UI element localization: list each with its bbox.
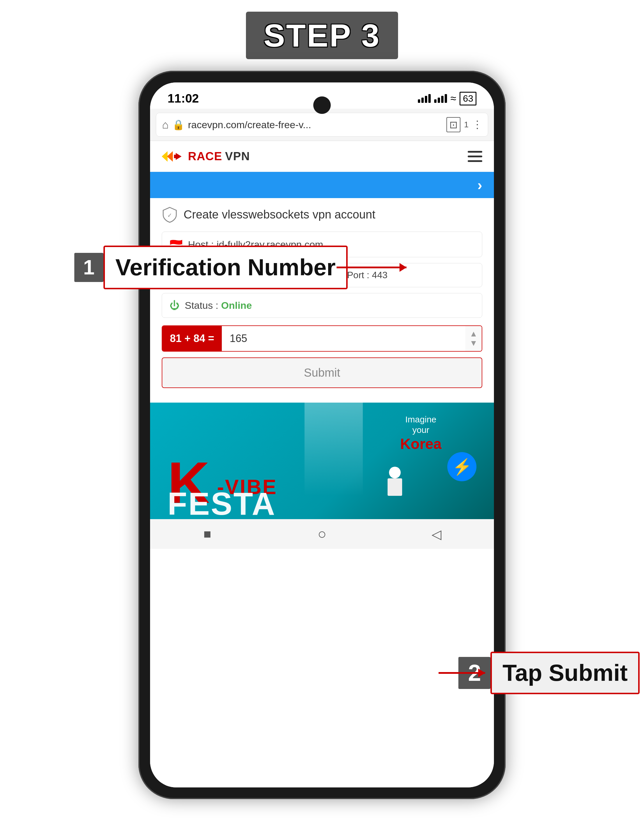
logo-area: RACE VPN: [162, 150, 250, 163]
nav-back-button[interactable]: ◁: [429, 526, 444, 542]
status-card: ⏻ Status : Online: [162, 293, 482, 318]
callout-2-arrow: [439, 672, 485, 674]
messenger-fab[interactable]: ⚡: [447, 452, 476, 481]
callout-1-arrow: [336, 267, 407, 268]
tabs-icon[interactable]: ⊡: [447, 117, 460, 132]
power-icon: ⏻: [170, 300, 179, 311]
create-vpn-section: ✓ Create vlesswebsockets vpn account 🇮🇩 …: [150, 198, 494, 403]
phone-container: 1 Verification Number 11:02: [138, 71, 506, 799]
submit-button[interactable]: Submit: [162, 357, 482, 388]
page-wrapper: STEP 3 1 Verification Number 11:02: [0, 6, 644, 832]
hamburger-line: [468, 151, 482, 153]
spinner-arrows[interactable]: ▲ ▼: [465, 326, 482, 351]
tab-count[interactable]: 1: [464, 120, 469, 130]
circle-icon: ○: [318, 526, 326, 542]
shield-icon: ✓: [162, 207, 178, 223]
callout-1-box: 1 Verification Number: [74, 246, 336, 289]
character-figure: [383, 467, 407, 502]
wifi-icon: ≈: [450, 92, 457, 105]
signal-bar: [425, 96, 427, 103]
browser-toolbar: ⌂ 🔒 racevpn.com/create-free-v... ⊡ 1 ⋮: [156, 113, 488, 137]
home-icon[interactable]: ⌂: [162, 118, 169, 131]
ad-festa-text: FESTA: [168, 485, 276, 519]
svg-marker-1: [167, 151, 173, 162]
verification-input[interactable]: [222, 326, 465, 351]
step-header: STEP 3: [246, 12, 398, 59]
svg-rect-2: [174, 155, 176, 158]
hamburger-menu[interactable]: [468, 151, 482, 162]
browser-url[interactable]: racevpn.com/create-free-v...: [188, 119, 443, 131]
create-vpn-title: ✓ Create vlesswebsockets vpn account: [162, 207, 482, 223]
site-header: RACE VPN: [150, 141, 494, 172]
triangle-icon: ◁: [432, 527, 442, 542]
svg-marker-0: [162, 151, 168, 162]
menu-icon[interactable]: ⋮: [472, 118, 482, 131]
callout-2-arrowhead: [478, 669, 485, 677]
nav-home-button[interactable]: ○: [314, 526, 330, 542]
logo-arrows-icon: [162, 151, 185, 162]
cta-banner[interactable]: ›: [150, 172, 494, 198]
lock-icon: 🔒: [172, 119, 184, 131]
phone-screen: 11:02: [150, 82, 494, 787]
callout-2-label: Tap Submit: [502, 659, 628, 686]
spinner-down[interactable]: ▼: [469, 339, 477, 348]
nav-bar: ■ ○ ◁: [150, 519, 494, 549]
ad-banner: ImagineyourKorea K -VIBE FESTA: [150, 403, 494, 519]
hamburger-line: [468, 155, 482, 157]
callout-1-badge: 1: [74, 253, 103, 282]
phone-notch: [313, 96, 331, 114]
signal-bar: [418, 99, 420, 103]
nav-square-button[interactable]: ■: [200, 526, 215, 542]
signal-bars-2: [434, 94, 447, 103]
signal-bars-1: [418, 94, 431, 103]
signal-bar: [438, 98, 440, 103]
status-time: 11:02: [168, 91, 199, 106]
status-online: Online: [221, 300, 252, 311]
callout-1-label: Verification Number: [115, 254, 336, 281]
logo-race: RACE: [188, 150, 222, 163]
callout-2-container: 2 Tap Submit: [458, 652, 640, 694]
cta-arrow-icon: ›: [477, 176, 482, 194]
svg-text:✓: ✓: [167, 212, 172, 219]
status-label: Status : Online: [185, 300, 252, 311]
math-label: 81 + 84 =: [162, 326, 222, 351]
callout-1-label-box: Verification Number: [103, 246, 348, 289]
port-text: Port : 443: [347, 270, 388, 280]
light-beam: [304, 403, 363, 519]
signal-bar: [421, 98, 424, 103]
step-header-text: STEP 3: [263, 17, 380, 54]
create-vpn-title-text: Create vlesswebsockets vpn account: [184, 207, 375, 222]
spinner-up[interactable]: ▲: [469, 329, 477, 339]
page-content: RACE VPN ›: [150, 141, 494, 787]
battery-icon: 63: [460, 92, 476, 106]
ad-imagine-text: ImagineyourKorea: [400, 414, 442, 453]
verification-row: 81 + 84 = ▲ ▼: [162, 325, 482, 352]
signal-bar: [441, 96, 444, 103]
svg-marker-3: [176, 153, 181, 160]
signal-bar: [445, 94, 447, 103]
messenger-icon: ⚡: [452, 458, 472, 476]
signal-bar: [428, 94, 431, 103]
callout-2-label-box: Tap Submit: [490, 652, 640, 694]
square-icon: ■: [203, 527, 211, 541]
phone-frame: 11:02: [138, 71, 506, 799]
logo-vpn: VPN: [225, 150, 250, 163]
status-icons: ≈ 63: [418, 92, 476, 106]
hamburger-line: [468, 160, 482, 162]
signal-bar: [434, 99, 437, 103]
